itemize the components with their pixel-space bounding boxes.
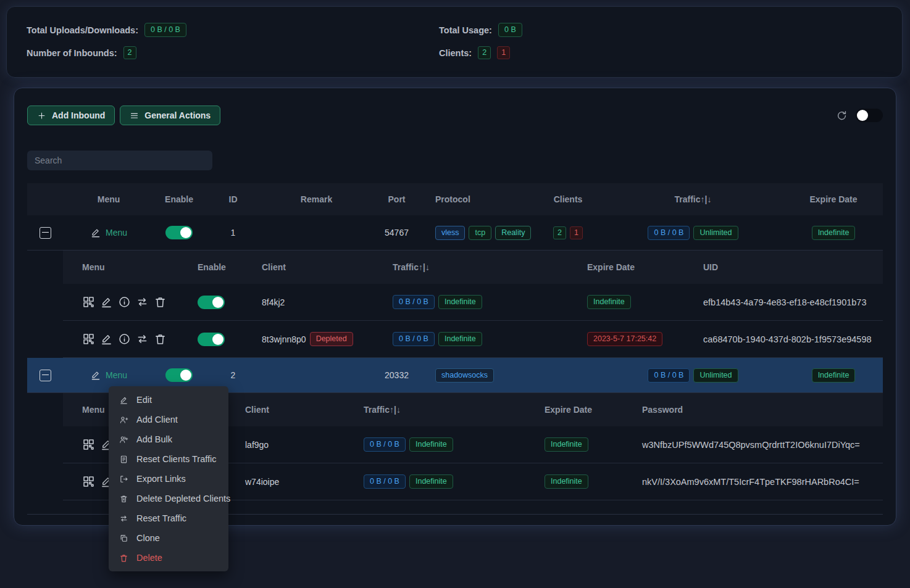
clients-depleted-badge: 1	[497, 46, 510, 59]
stat-label: Total Uploads/Downloads:	[27, 25, 138, 35]
inbound-remark	[262, 215, 370, 250]
info-icon[interactable]	[118, 296, 131, 308]
qrcode-icon[interactable]	[82, 438, 95, 451]
security-tag: Reality	[495, 226, 531, 240]
header-protocol: Protocol	[423, 183, 534, 215]
header-id: ID	[204, 183, 262, 215]
expire-badge: Indefinite	[812, 368, 856, 383]
edit-client-icon[interactable]	[100, 333, 113, 346]
traffic-limit-badge: Unlimited	[693, 368, 738, 383]
header-expire-date: Expire Date	[557, 251, 702, 284]
inbound-row: Menu 1 54767 vless tcp Reality 2 1 0 B /…	[27, 215, 883, 251]
stat-number-of-inbounds: Number of Inbounds: 2	[27, 44, 439, 61]
qrcode-icon[interactable]	[82, 475, 95, 488]
client-uid: ca68470b-1940-437d-802b-1f9573e94598	[703, 334, 872, 344]
inbound-enable-toggle[interactable]	[165, 368, 193, 382]
stat-total-uploads-downloads: Total Uploads/Downloads: 0 B / 0 B	[27, 22, 439, 38]
transport-tag: tcp	[469, 226, 491, 240]
menu-item-edit[interactable]: Edit	[109, 390, 228, 410]
delete-client-icon[interactable]	[154, 296, 167, 308]
client-row: 8f4kj2 0 B / 0 B Indefinite Indefinite e…	[63, 284, 883, 321]
search-input[interactable]	[27, 151, 212, 170]
traffic-badge: 0 B / 0 B	[393, 332, 435, 346]
expire-badge: Indefinite	[812, 226, 856, 240]
expire-badge: 2023-5-7 17:25:42	[587, 332, 662, 346]
inbound-menu-button[interactable]: Menu	[90, 227, 127, 238]
depleted-badge: Depleted	[310, 332, 353, 346]
client-password: w3NfbzUPf5WWd745Q8pvsmQrdrttT2IO6knuI7Di…	[642, 440, 860, 450]
reset-traffic-icon[interactable]	[136, 296, 149, 308]
edit-icon	[90, 227, 101, 238]
stat-value-badge: 2	[123, 46, 136, 59]
delete-depleted-icon	[119, 494, 128, 503]
delete-client-icon[interactable]	[154, 333, 167, 346]
expire-badge: Indefinite	[545, 474, 588, 489]
client-name: 8t3wjnn8p0	[262, 334, 306, 344]
header-password: Password	[640, 393, 883, 426]
protocol-tag: shadowsocks	[435, 368, 494, 383]
traffic-limit-badge: Indefinite	[438, 332, 482, 346]
inbound-clients	[534, 358, 602, 392]
inbound-menu-label: Menu	[106, 228, 127, 238]
header-expire-date: Expire Date	[784, 183, 883, 215]
stats-panel: Total Uploads/Downloads: 0 B / 0 B Total…	[6, 6, 903, 78]
reset-traffic-icon[interactable]	[136, 333, 149, 346]
menu-item-reset-traffic[interactable]: Reset Traffic	[109, 508, 228, 528]
menu-item-add-bulk[interactable]: Add Bulk	[109, 429, 228, 449]
general-actions-button[interactable]: General Actions	[120, 106, 220, 125]
add-inbound-button[interactable]: Add Inbound	[27, 106, 115, 125]
menu-item-delete-depleted-clients[interactable]: Delete Depleted Clients	[109, 489, 228, 508]
collapse-row-button[interactable]	[40, 227, 51, 239]
qrcode-icon[interactable]	[82, 296, 95, 308]
menu-item-clone[interactable]: Clone	[109, 528, 228, 548]
expire-badge: Indefinite	[587, 295, 631, 309]
stat-value-badge: 0 B	[498, 23, 522, 37]
refresh-icon[interactable]	[836, 110, 848, 122]
header-traffic: Traffic↑|↓	[372, 251, 557, 284]
add-inbound-label: Add Inbound	[52, 110, 105, 120]
stat-total-usage: Total Usage: 0 B	[439, 22, 882, 38]
expire-badge: Indefinite	[545, 437, 588, 452]
menu-item-reset-clients-traffic[interactable]: Reset Clients Traffic	[109, 449, 228, 469]
inbound-enable-toggle[interactable]	[165, 226, 193, 239]
client-row: 8t3wjnn8p0 Depleted 0 B / 0 B Indefinite…	[63, 321, 883, 358]
auto-refresh-toggle[interactable]	[856, 109, 883, 122]
edit-client-icon[interactable]	[100, 296, 113, 308]
menu-bars-icon	[130, 111, 139, 120]
traffic-limit-badge: Unlimited	[693, 226, 738, 240]
header-port: Port	[370, 183, 423, 215]
traffic-badge: 0 B / 0 B	[364, 474, 406, 489]
inbound-port: 20332	[370, 358, 423, 392]
traffic-limit-badge: Indefinite	[438, 295, 482, 309]
collapse-row-button[interactable]	[40, 370, 51, 381]
header-client: Client	[245, 393, 362, 426]
inbound-menu-button[interactable]: Menu	[90, 370, 127, 381]
header-traffic: Traffic↑|↓	[362, 393, 541, 426]
traffic-badge: 0 B / 0 B	[648, 226, 690, 240]
client-name: 8f4kj2	[262, 297, 285, 307]
header-clients: Clients	[534, 183, 602, 215]
traffic-limit-badge: Indefinite	[409, 437, 453, 452]
header-expire-date: Expire Date	[541, 393, 640, 426]
stat-label: Clients:	[439, 48, 472, 58]
toolbar: Add Inbound General Actions	[27, 106, 883, 125]
qrcode-icon[interactable]	[82, 333, 95, 346]
file-reset-icon	[119, 455, 128, 464]
trash-icon	[119, 553, 128, 563]
header-enable: Enable	[196, 251, 261, 284]
menu-item-delete[interactable]: Delete	[109, 548, 228, 568]
general-actions-label: General Actions	[144, 110, 211, 120]
table-header: Menu Enable ID Remark Port Protocol Clie…	[27, 183, 883, 215]
protocol-tag: vless	[435, 226, 465, 240]
clients-depleted-badge: 1	[570, 226, 583, 239]
export-icon	[119, 474, 128, 484]
client-enable-toggle[interactable]	[198, 296, 225, 309]
inbound-id: 1	[204, 215, 262, 250]
clone-icon	[119, 534, 128, 543]
users-add-icon	[119, 435, 128, 444]
client-enable-toggle[interactable]	[198, 333, 225, 346]
inbound-remark	[262, 358, 370, 392]
info-icon[interactable]	[118, 333, 131, 346]
menu-item-export-links[interactable]: Export Links	[109, 469, 228, 489]
menu-item-add-client[interactable]: Add Client	[109, 410, 228, 429]
